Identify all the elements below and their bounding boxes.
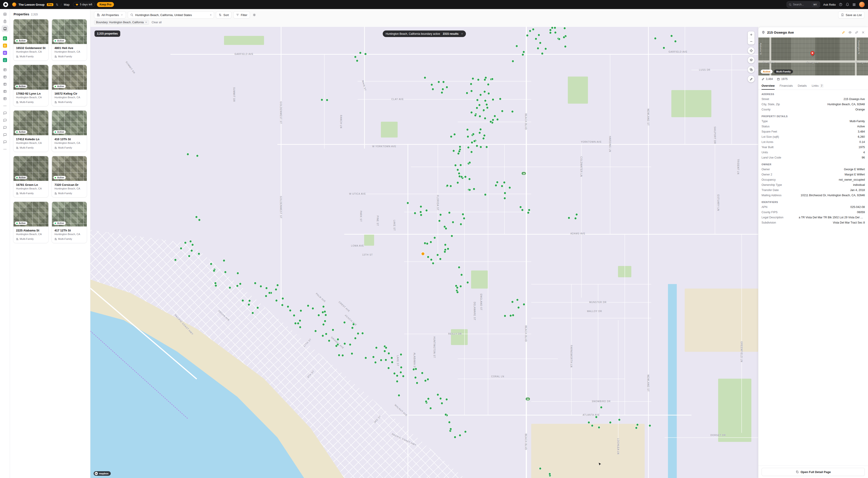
property-type: Multi-Family [20, 55, 34, 58]
property-dot[interactable] [326, 99, 328, 101]
rail-more-tables-icon[interactable] [2, 103, 8, 109]
rail-dashboard-icon[interactable] [2, 11, 8, 18]
status-badge: Active [15, 221, 27, 225]
sort-icon [219, 13, 222, 16]
rail-table-icon-4[interactable] [2, 88, 8, 95]
team-avatar[interactable] [12, 2, 16, 6]
property-city: Huntington Beach, CA [55, 96, 84, 99]
breadcrumb-map[interactable]: Map [64, 3, 69, 6]
property-dot[interactable] [365, 53, 367, 55]
property-address: 7320 Corsican Dr [55, 183, 84, 186]
property-dot[interactable] [187, 153, 189, 155]
remove-chip-icon[interactable]: × [145, 21, 147, 24]
scope-dropdown[interactable]: All Properties [94, 11, 126, 19]
property-card-thumbnail: Active [13, 202, 49, 227]
rail-more-chats-icon[interactable] [2, 146, 8, 152]
property-dot[interactable] [321, 99, 323, 101]
property-card-body: 2225 Alabama St Huntington Beach, CA Mul… [13, 227, 49, 239]
scope-label: All Properties [101, 13, 119, 17]
rail-clipboard-icon[interactable] [2, 18, 8, 25]
rail-table-icon-5[interactable] [2, 95, 8, 102]
property-dot[interactable] [426, 209, 428, 211]
property-card[interactable]: Active 410 13Th St Huntington Beach, CA … [52, 110, 87, 152]
property-dot[interactable] [356, 60, 358, 62]
rail-chat-icon-3[interactable] [2, 124, 8, 131]
location-search-input[interactable]: Huntington Beach, California, United Sta… [128, 11, 214, 19]
status-label: Active [57, 176, 64, 179]
property-card[interactable]: Active 417 12Th St Huntington Beach, CA … [52, 201, 87, 239]
properties-title: Properties [13, 12, 29, 16]
building-icon [16, 101, 19, 103]
street-label: PINE ST [376, 216, 379, 226]
property-card[interactable]: Active 7320 Corsican Dr Huntington Beach… [52, 156, 87, 198]
rail-integration-docs-icon[interactable] [2, 42, 8, 49]
workspace-name[interactable]: The Leeson Group [19, 3, 44, 6]
map-settings-button[interactable] [252, 11, 257, 19]
property-type: Multi-Family [58, 146, 72, 149]
app-logo[interactable] [3, 2, 8, 7]
property-dot[interactable] [414, 212, 416, 214]
property-city: Huntington Beach, CA [55, 187, 84, 190]
property-dot[interactable] [420, 211, 422, 213]
status-dot [16, 131, 18, 133]
property-type: Multi-Family [58, 238, 72, 239]
map-canvas[interactable]: GARFIELD AVEGARFIELD AVESUMMIT DRSUMMIT … [90, 27, 434, 239]
clear-all-link[interactable]: Clear all [152, 21, 162, 24]
property-type-row: Multi-Family [16, 55, 46, 58]
property-dot[interactable] [424, 76, 426, 78]
boundary-active-pill: Huntington Beach, California boundary ac… [383, 31, 434, 37]
property-dot[interactable] [434, 237, 434, 239]
property-dot[interactable] [198, 219, 200, 221]
property-type-row: Multi-Family [55, 146, 84, 149]
property-dot[interactable] [195, 216, 197, 218]
property-card-thumbnail: Active [52, 19, 87, 44]
rail-integration-grid-icon[interactable] [2, 49, 8, 56]
status-badge: Active [15, 176, 27, 179]
rail-chat-icon-5[interactable] [2, 139, 8, 145]
property-dot[interactable] [359, 52, 361, 54]
property-city: Huntington Beach, CA [16, 187, 46, 190]
property-card[interactable]: Active 17412 Koledo Ln Huntington Beach,… [13, 110, 49, 152]
rail-table-icon-2[interactable] [2, 74, 8, 80]
property-card[interactable]: Active 16781 Green Ln Huntington Beach, … [13, 156, 49, 198]
property-dot[interactable] [354, 56, 356, 58]
status-badge: Active [53, 176, 66, 179]
property-card-thumbnail: Active [13, 19, 49, 44]
workspace-switcher-icon[interactable] [56, 3, 59, 6]
property-dot[interactable] [420, 214, 422, 216]
trial-countdown-pill[interactable]: 5 days left [73, 2, 95, 7]
rail-chat-icon-4[interactable] [2, 131, 8, 138]
property-card[interactable]: Active 4801 Heil Ave Huntington Beach, C… [52, 19, 87, 61]
clear-search-icon[interactable]: × [210, 13, 212, 17]
status-label: Active [57, 131, 64, 133]
rail-chat-icon-2[interactable] [2, 117, 8, 124]
property-dot[interactable] [431, 84, 433, 86]
keep-pro-button[interactable]: Keep Pro [97, 2, 114, 7]
rail-integration-sheets-icon[interactable] [2, 35, 8, 42]
property-type: Multi-Family [20, 192, 34, 195]
rail-map-book-icon[interactable] [2, 25, 8, 32]
filter-button[interactable]: Filter [233, 11, 250, 19]
trial-countdown-label: 5 days left [80, 3, 92, 6]
rail-table-icon-3[interactable] [2, 81, 8, 88]
property-card-body: 16781 Green Ln Huntington Beach, CA Mult… [13, 181, 49, 197]
sort-button[interactable]: Sort [216, 11, 231, 19]
property-city: Huntington Beach, CA [16, 96, 46, 99]
property-card[interactable]: Active 2225 Alabama St Huntington Beach,… [13, 201, 49, 239]
building-icon [16, 238, 19, 239]
property-dot[interactable] [432, 88, 434, 90]
property-card[interactable]: Active 17082-92 Lynn Ln Huntington Beach… [13, 65, 49, 106]
rail-table-icon-1[interactable] [2, 66, 8, 73]
property-dot[interactable] [420, 206, 422, 208]
rail-chat-icon-1[interactable] [2, 110, 8, 116]
street-label: W UTICA AVE [349, 193, 366, 195]
property-card[interactable]: Active 16572 Kellog Cir Huntington Beach… [52, 65, 87, 106]
property-card[interactable]: Active 16532 Goldenwest St Huntington Be… [13, 19, 49, 61]
boundary-active-label: Huntington Beach, California boundary ac… [385, 32, 434, 35]
property-type: Multi-Family [58, 192, 72, 195]
property-dot[interactable] [196, 155, 198, 157]
boundary-filter-chip[interactable]: Boundary: Huntington Beach, California × [94, 20, 149, 25]
property-type-row: Multi-Family [16, 238, 46, 239]
property-dot[interactable] [407, 202, 409, 204]
rail-integration-book-icon[interactable] [2, 57, 8, 63]
